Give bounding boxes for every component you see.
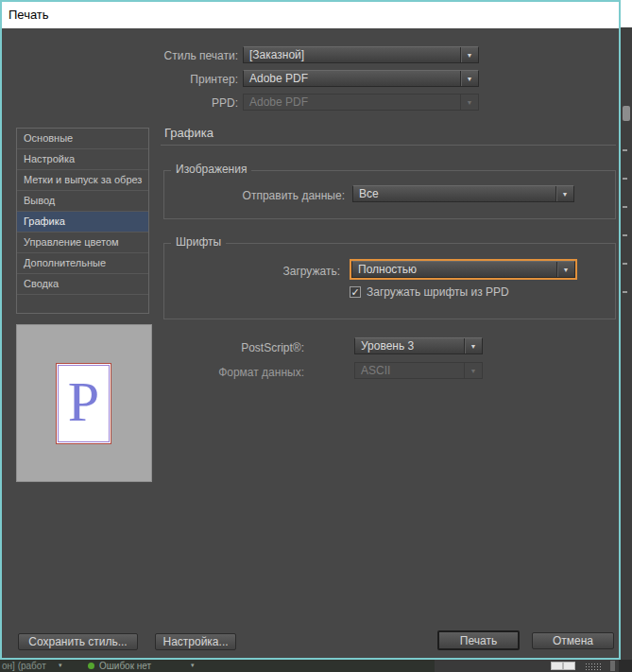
send-data-dropdown[interactable]: Все ▼ <box>352 185 574 202</box>
spread-view-icon[interactable] <box>551 662 575 670</box>
printer-label: Принтер: <box>77 71 238 88</box>
background-app-right-sliver <box>621 0 632 660</box>
ppd-value: Adobe PDF <box>244 95 460 110</box>
panel-divider <box>161 145 616 146</box>
chevron-down-icon: ▼ <box>464 363 482 378</box>
fonts-group-legend: Шрифты <box>171 236 226 249</box>
postscript-label: PostScript®: <box>181 339 304 356</box>
background-panel-tab <box>623 106 630 121</box>
print-button[interactable]: Печать <box>437 630 520 650</box>
print-dialog: Печать Стиль печати: [Заказной] ▼ Принте… <box>0 0 621 660</box>
sidebar-item-general[interactable]: Основные <box>17 129 148 149</box>
sidebar-item-setup[interactable]: Настройка <box>17 149 148 170</box>
ppd-label: PPD: <box>77 95 238 112</box>
font-download-value: Полностью <box>352 262 556 277</box>
printer-value: Adobe PDF <box>244 71 460 86</box>
sidebar-item-color-management[interactable]: Управление цветом <box>17 233 148 253</box>
chevron-down-icon[interactable]: ▼ <box>555 186 573 201</box>
preview-page-margin: P <box>58 365 110 442</box>
print-sections-list: Основные Настройка Метки и выпуск за обр… <box>16 128 149 314</box>
print-preset-label: Стиль печати: <box>77 47 238 64</box>
font-download-dropdown[interactable]: Полностью ▼ <box>351 261 575 278</box>
no-errors-dot-icon <box>88 663 94 669</box>
chevron-down-icon[interactable]: ▼ <box>464 338 482 353</box>
print-preset-value: [Заказной] <box>244 47 460 62</box>
postscript-level-dropdown[interactable]: Уровень 3 ▼ <box>354 337 483 354</box>
print-preset-dropdown[interactable]: [Заказной] ▼ <box>243 46 479 63</box>
background-panel-fragment <box>623 149 627 151</box>
download-ppd-fonts-checkbox[interactable]: ✓ <box>350 286 361 298</box>
fonts-group <box>163 243 616 319</box>
statusbar-page-fragment: он] (работ <box>2 661 46 671</box>
data-format-label: Формат данных: <box>181 364 304 381</box>
background-app-statusbar: он] (работ ▾ Ошибок нет ▾ <box>0 660 632 672</box>
no-errors-text: Ошибок нет <box>99 661 151 671</box>
horizontal-scrollbar[interactable] <box>610 661 615 671</box>
check-icon: ✓ <box>350 287 359 298</box>
dialog-title: Печать <box>9 8 49 22</box>
chevron-down-icon[interactable]: ▾ <box>59 662 62 669</box>
sidebar-item-summary[interactable]: Сводка <box>17 274 148 295</box>
background-panel-fragment <box>623 206 627 208</box>
dialog-titlebar[interactable]: Печать <box>2 2 619 28</box>
statusbar-left-segment <box>0 660 435 672</box>
images-group-legend: Изображения <box>171 164 251 176</box>
background-panel-fragment <box>623 178 627 180</box>
printer-dropdown[interactable]: Adobe PDF ▼ <box>243 70 479 87</box>
chevron-down-icon[interactable]: ▼ <box>556 262 574 277</box>
data-format-dropdown: ASCII ▼ <box>354 362 483 379</box>
font-download-label: Загружать: <box>191 263 340 280</box>
background-window-sliver <box>621 0 632 27</box>
print-preview-thumbnail[interactable]: P <box>16 324 152 482</box>
background-panel-fragment <box>623 234 627 236</box>
chevron-down-icon[interactable]: ▾ <box>191 662 195 669</box>
preview-letter: P <box>68 376 99 427</box>
chevron-down-icon[interactable]: ▼ <box>460 71 478 86</box>
postscript-level-value: Уровень 3 <box>355 338 464 353</box>
statusbar-right-corner <box>619 660 632 672</box>
download-ppd-fonts-label[interactable]: Загружать шрифты из PPD <box>367 285 509 299</box>
chevron-down-icon: ▼ <box>460 95 478 110</box>
background-panel-fragment <box>623 263 627 265</box>
sidebar-item-advanced[interactable]: Дополнительные <box>17 253 148 274</box>
send-data-label: Отправить данные: <box>177 187 345 204</box>
data-format-value: ASCII <box>355 363 464 378</box>
setup-button[interactable]: Настройка... <box>155 633 236 650</box>
sidebar-item-graphics[interactable]: Графика <box>17 212 148 233</box>
preview-page: P <box>56 363 111 444</box>
sidebar-item-output[interactable]: Вывод <box>17 191 148 212</box>
send-data-value: Все <box>353 186 555 201</box>
ppd-dropdown: Adobe PDF ▼ <box>243 94 479 111</box>
save-style-button[interactable]: Сохранить стиль... <box>18 633 138 650</box>
sidebar-item-marks-bleed[interactable]: Метки и выпуск за обрез <box>17 170 148 191</box>
cancel-button[interactable]: Отмена <box>532 632 614 649</box>
panel-heading: Графика <box>164 126 214 140</box>
chevron-down-icon[interactable]: ▼ <box>460 47 478 62</box>
grid-icon[interactable] <box>585 663 602 670</box>
background-panel-fragment <box>623 291 627 293</box>
